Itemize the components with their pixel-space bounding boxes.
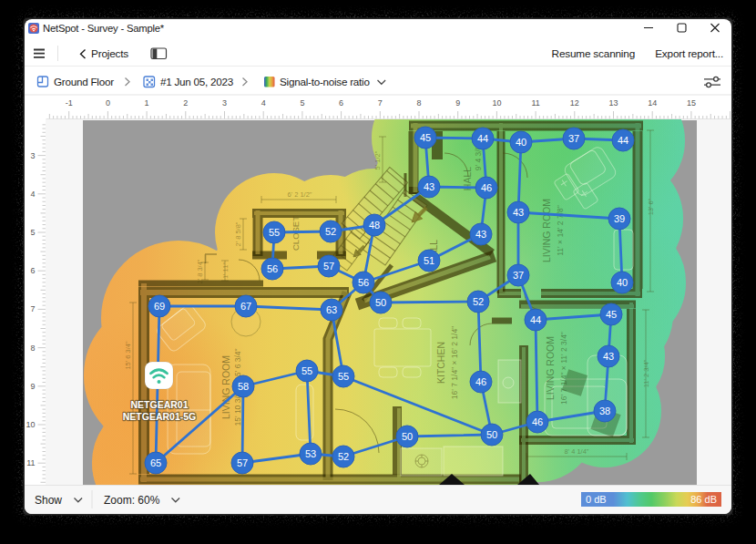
svg-text:13: 13 xyxy=(608,98,618,108)
svg-text:Ground Floor: Ground Floor xyxy=(54,76,114,87)
svg-text:37: 37 xyxy=(568,133,579,144)
svg-text:55: 55 xyxy=(301,365,312,376)
svg-text:56: 56 xyxy=(358,277,369,288)
svg-text:5: 5 xyxy=(30,228,35,237)
svg-text:9: 9 xyxy=(30,382,35,391)
svg-text:3: 3 xyxy=(222,98,227,108)
svg-text:Export report...: Export report... xyxy=(655,47,723,60)
svg-text:Signal-to-noise ratio: Signal-to-noise ratio xyxy=(280,76,370,87)
svg-text:Projects: Projects xyxy=(91,47,128,60)
svg-text:57: 57 xyxy=(237,457,248,468)
svg-text:55: 55 xyxy=(269,227,280,238)
svg-text:69: 69 xyxy=(154,301,165,312)
svg-text:11: 11 xyxy=(26,458,35,467)
svg-text:43: 43 xyxy=(513,207,524,218)
svg-text:44: 44 xyxy=(530,314,541,325)
svg-text:9: 9 xyxy=(455,98,460,108)
svg-text:45: 45 xyxy=(420,132,431,143)
svg-text:46: 46 xyxy=(475,376,486,387)
svg-text:LIVING ROOM: LIVING ROOM xyxy=(541,199,552,262)
svg-text:50: 50 xyxy=(402,431,413,442)
svg-text:43: 43 xyxy=(424,181,434,192)
svg-text:38: 38 xyxy=(599,405,610,416)
svg-text:4: 4 xyxy=(30,190,35,199)
svg-text:40: 40 xyxy=(516,137,526,148)
svg-text:53: 53 xyxy=(305,448,316,459)
svg-text:0 dB: 0 dB xyxy=(586,494,607,505)
svg-text:15: 15 xyxy=(687,98,696,108)
svg-text:NETGEAR01: NETGEAR01 xyxy=(130,399,188,410)
svg-text:2' 8 3/4": 2' 8 3/4" xyxy=(196,259,204,283)
svg-text:52: 52 xyxy=(338,451,349,462)
svg-text:2: 2 xyxy=(183,98,188,108)
svg-text:7: 7 xyxy=(378,98,383,108)
svg-text:KITCHEN: KITCHEN xyxy=(435,342,446,384)
svg-text:8: 8 xyxy=(30,344,35,353)
svg-text:11: 11 xyxy=(531,98,539,108)
svg-text:51: 51 xyxy=(424,255,434,266)
svg-text:37: 37 xyxy=(513,270,524,281)
svg-text:10: 10 xyxy=(26,420,35,429)
svg-text:50: 50 xyxy=(486,429,497,440)
svg-text:43: 43 xyxy=(475,229,486,240)
svg-text:52: 52 xyxy=(473,296,484,307)
svg-text:LIVING ROOM: LIVING ROOM xyxy=(545,336,556,400)
svg-text:55: 55 xyxy=(338,371,349,382)
svg-text:67: 67 xyxy=(240,301,251,312)
svg-text:-1: -1 xyxy=(66,98,73,108)
svg-text:1' 11": 1' 11" xyxy=(221,262,230,279)
svg-text:65: 65 xyxy=(150,457,161,468)
svg-text:50: 50 xyxy=(375,297,386,308)
svg-text:6: 6 xyxy=(30,266,35,275)
svg-text:52: 52 xyxy=(325,226,336,237)
svg-text:6' 2 1/2": 6' 2 1/2" xyxy=(287,190,312,199)
svg-text:4: 4 xyxy=(261,98,266,108)
svg-text:8: 8 xyxy=(416,98,421,108)
svg-text:Show: Show xyxy=(35,494,62,507)
svg-text:40: 40 xyxy=(617,277,628,288)
svg-text:44: 44 xyxy=(618,135,628,146)
svg-text:44: 44 xyxy=(477,133,488,144)
svg-text:8' 4 1/4": 8' 4 1/4" xyxy=(564,447,588,456)
svg-text:0: 0 xyxy=(106,98,110,108)
svg-text:NetSpot - Survey - Sample*: NetSpot - Survey - Sample* xyxy=(43,23,165,34)
svg-text:NETGEAR01-5G: NETGEAR01-5G xyxy=(123,411,197,422)
svg-text:Zoom: 60%: Zoom: 60% xyxy=(104,494,160,507)
svg-text:14: 14 xyxy=(648,98,657,108)
svg-text:45: 45 xyxy=(606,309,617,320)
svg-text:1: 1 xyxy=(145,98,149,108)
svg-text:5' 1/2": 5' 1/2" xyxy=(373,150,382,169)
svg-text:10: 10 xyxy=(492,98,501,108)
svg-text:5: 5 xyxy=(300,98,304,108)
svg-text:43: 43 xyxy=(603,351,614,362)
svg-text:46: 46 xyxy=(532,416,543,427)
svg-text:7: 7 xyxy=(30,304,35,313)
svg-text:6: 6 xyxy=(339,98,343,108)
svg-text:16' 7 1/4" × 16' 2 1/4": 16' 7 1/4" × 16' 2 1/4" xyxy=(450,326,459,399)
svg-text:15' 6 3/4": 15' 6 3/4" xyxy=(124,341,132,370)
svg-text:16' 7 1/4" × 11' 2 3/4": 16' 7 1/4" × 11' 2 3/4" xyxy=(559,332,568,405)
svg-text:57: 57 xyxy=(323,261,334,272)
svg-text:LIVING ROOM: LIVING ROOM xyxy=(220,355,231,419)
svg-text:13' 6": 13' 6" xyxy=(647,198,655,215)
svg-text:3: 3 xyxy=(30,151,35,160)
svg-text:39: 39 xyxy=(614,213,625,224)
svg-text:11' 2 3/4": 11' 2 3/4" xyxy=(642,359,650,387)
svg-text:63: 63 xyxy=(326,304,337,315)
svg-text:11' × 14' 2 7/8": 11' × 14' 2 7/8" xyxy=(556,205,565,256)
svg-text:2' 8 5/8": 2' 8 5/8" xyxy=(234,221,242,246)
svg-text:58: 58 xyxy=(238,381,249,392)
svg-text:Resume scanning: Resume scanning xyxy=(552,47,635,60)
svg-text:#1 Jun 05, 2023: #1 Jun 05, 2023 xyxy=(160,76,233,87)
svg-text:86 dB: 86 dB xyxy=(690,494,717,505)
svg-text:12: 12 xyxy=(570,98,579,108)
svg-text:46: 46 xyxy=(481,182,492,193)
svg-text:56: 56 xyxy=(267,263,278,274)
svg-text:48: 48 xyxy=(369,220,380,231)
